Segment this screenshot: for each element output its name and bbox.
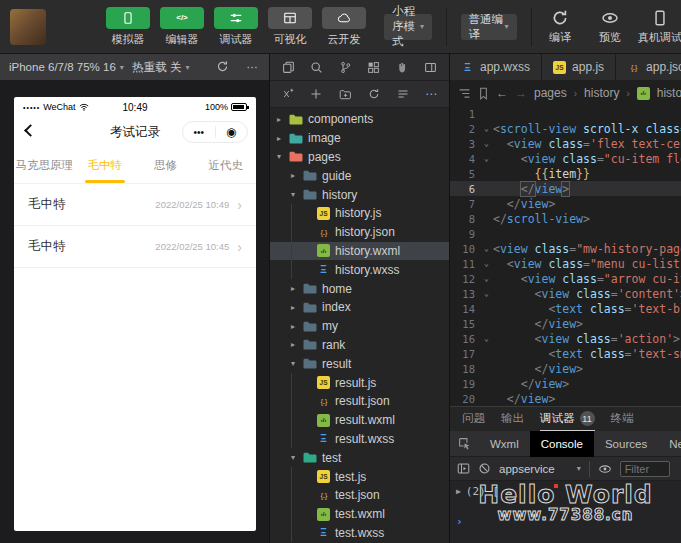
fold-arrow-icon[interactable]: ⌄ bbox=[480, 244, 493, 253]
tree-item-result.wxss[interactable]: Ξresult.wxss bbox=[270, 430, 449, 449]
device-selector[interactable]: iPhone 6/7/8 75% 16 ▾ bbox=[9, 61, 124, 73]
remote-debug-button[interactable]: 真机调试 bbox=[639, 9, 681, 45]
line-number: 8 bbox=[450, 213, 480, 225]
hot-reload-toggle[interactable]: 热重载 关 ▾ bbox=[132, 60, 189, 75]
new-file-icon[interactable] bbox=[310, 88, 322, 100]
minimize-icon[interactable]: ◉ bbox=[216, 125, 248, 139]
fold-arrow-icon[interactable]: ⌄ bbox=[480, 259, 493, 268]
collapse-all-icon[interactable] bbox=[397, 88, 409, 100]
tree-item-image[interactable]: ▸image bbox=[270, 129, 449, 148]
fold-arrow-icon[interactable]: ⌄ bbox=[480, 274, 493, 283]
tree-item-history.js[interactable]: JShistory.js bbox=[270, 204, 449, 223]
phone-tab-马克思原理[interactable]: 马克思原理 bbox=[14, 147, 75, 183]
toolbar-button-调试器[interactable]: 调试器 bbox=[212, 7, 260, 47]
devtools-tab-Network[interactable]: Network bbox=[658, 431, 681, 457]
fold-arrow-icon[interactable]: ⌄ bbox=[480, 124, 493, 133]
devtools-tab-Sources[interactable]: Sources bbox=[594, 431, 658, 457]
json-file-icon: {..} bbox=[627, 61, 640, 74]
eye-icon[interactable] bbox=[598, 462, 612, 476]
hand-icon[interactable] bbox=[396, 61, 409, 74]
context-selector[interactable]: appservice ▾ bbox=[499, 463, 581, 475]
code-editor[interactable]: 12⌄<scroll-view scroll-x class="bg-3⌄ <v… bbox=[450, 106, 681, 406]
breadcrumb-item[interactable]: history bbox=[584, 86, 619, 100]
extensions-icon[interactable] bbox=[367, 61, 380, 74]
debug-tab-问题[interactable]: 问题 bbox=[462, 407, 485, 431]
phone-tab-近代史[interactable]: 近代史 bbox=[196, 147, 257, 183]
tree-item-components[interactable]: ▸components bbox=[270, 110, 449, 129]
simulator-refresh-icon[interactable] bbox=[216, 60, 229, 75]
tree-item-my[interactable]: ▸my bbox=[270, 317, 449, 336]
more-icon[interactable]: ••• bbox=[183, 127, 215, 138]
tree-item-test.js[interactable]: JStest.js bbox=[270, 467, 449, 486]
code-line: 16⌄ <view class='action'> bbox=[450, 331, 681, 346]
toolbar-button-模拟器[interactable]: 模拟器 bbox=[104, 7, 152, 47]
tree-item-guide[interactable]: ▸guide bbox=[270, 166, 449, 185]
fold-arrow-icon[interactable]: ⌄ bbox=[480, 289, 493, 298]
back-arrow-icon[interactable]: ← bbox=[496, 86, 508, 100]
tree-item-history.wxml[interactable]: ‹/›history.wxml bbox=[270, 242, 449, 261]
debug-tab-终端[interactable]: 终端 bbox=[611, 407, 634, 431]
tree-item-test[interactable]: ▾test bbox=[270, 448, 449, 467]
tree-item-result.wxml[interactable]: ‹/›result.wxml bbox=[270, 411, 449, 430]
breadcrumb-item[interactable]: pages bbox=[534, 86, 567, 100]
console-output[interactable]: ▶ (2) [ › Hello World www.77388.cn bbox=[450, 481, 681, 543]
inspect-element-icon[interactable] bbox=[450, 437, 479, 450]
new-folder-icon[interactable] bbox=[339, 88, 352, 101]
compile-mode-dropdown[interactable]: 普通编译 ▾ bbox=[461, 14, 517, 40]
editor-tab-app.json[interactable]: {..}app.json bbox=[616, 54, 681, 80]
toolbar-button-编辑器[interactable]: </>编辑器 bbox=[158, 7, 206, 47]
folder-icon bbox=[289, 133, 303, 144]
forward-arrow-icon[interactable]: → bbox=[515, 86, 527, 100]
files-icon[interactable] bbox=[282, 61, 295, 74]
code-text: </view> bbox=[493, 197, 555, 211]
tree-item-result[interactable]: ▾result bbox=[270, 354, 449, 373]
tree-item-result.json[interactable]: {..}result.json bbox=[270, 392, 449, 411]
phone-tab-毛中特[interactable]: 毛中特 bbox=[75, 147, 136, 183]
console-entry[interactable]: ▶ (2) [ bbox=[456, 484, 675, 499]
debug-tab-调试器[interactable]: 调试器11 bbox=[540, 407, 595, 431]
tree-item-test.json[interactable]: {..}test.json bbox=[270, 486, 449, 505]
user-avatar[interactable] bbox=[10, 9, 46, 45]
tree-item-test.wxss[interactable]: Ξtest.wxss bbox=[270, 524, 449, 543]
toolbar-button-可视化[interactable]: 可视化 bbox=[266, 7, 314, 47]
sidebar-toggle-icon[interactable] bbox=[457, 462, 470, 475]
breadcrumb-file[interactable]: histo bbox=[657, 86, 681, 100]
tree-item-rank[interactable]: ▸rank bbox=[270, 336, 449, 355]
record-row[interactable]: 毛中特2022/02/25 10:49› bbox=[14, 184, 256, 226]
more-icon[interactable]: ⋯ bbox=[425, 87, 437, 101]
tree-item-test.wxml[interactable]: ‹/›test.wxml bbox=[270, 505, 449, 524]
record-row[interactable]: 毛中特2022/02/25 10:45› bbox=[14, 226, 256, 268]
devtools-tab-Wxml[interactable]: Wxml bbox=[479, 431, 530, 457]
tree-item-history.wxss[interactable]: Ξhistory.wxss bbox=[270, 260, 449, 279]
phone-tab-思修[interactable]: 思修 bbox=[135, 147, 196, 183]
tree-item-home[interactable]: ▸home bbox=[270, 279, 449, 298]
mode-dropdown[interactable]: 小程序模式 ▾ bbox=[384, 14, 432, 40]
debug-tab-输出[interactable]: 输出 bbox=[501, 407, 524, 431]
outline-icon[interactable] bbox=[458, 87, 471, 100]
toolbar-button-云开发[interactable]: 云开发 bbox=[320, 7, 368, 47]
bookmark-icon[interactable] bbox=[478, 87, 489, 100]
editor-tab-app.js[interactable]: JSapp.js bbox=[542, 54, 616, 80]
more-icon[interactable]: ⋯ bbox=[247, 60, 261, 74]
preview-button[interactable]: 预览 bbox=[589, 9, 631, 45]
console-prompt-icon[interactable]: › bbox=[456, 515, 675, 530]
tree-item-history.json[interactable]: {..}history.json bbox=[270, 223, 449, 242]
search-icon[interactable] bbox=[310, 61, 323, 74]
devtools-tab-Console[interactable]: Console bbox=[530, 431, 594, 457]
tree-item-index[interactable]: ▸index bbox=[270, 298, 449, 317]
tree-item-pages[interactable]: ▾pages bbox=[270, 148, 449, 167]
fold-arrow-icon[interactable]: ⌄ bbox=[480, 139, 493, 148]
exclude-icon[interactable] bbox=[282, 88, 294, 100]
tree-item-history[interactable]: ▾history bbox=[270, 185, 449, 204]
editor-layout-icon[interactable] bbox=[424, 61, 437, 74]
compile-button[interactable]: 编译 bbox=[539, 9, 581, 45]
refresh-icon[interactable] bbox=[368, 88, 380, 100]
editor-tab-app.wxss[interactable]: Ξapp.wxss bbox=[450, 54, 542, 80]
clear-console-icon[interactable] bbox=[478, 462, 491, 475]
source-control-icon[interactable] bbox=[339, 61, 352, 74]
tree-item-result.js[interactable]: JSresult.js bbox=[270, 373, 449, 392]
expand-arrow-icon[interactable]: ▶ bbox=[456, 487, 461, 496]
console-filter-input[interactable] bbox=[620, 461, 670, 477]
fold-arrow-icon[interactable]: ⌄ bbox=[480, 334, 493, 343]
fold-arrow-icon[interactable]: ⌄ bbox=[480, 154, 493, 163]
